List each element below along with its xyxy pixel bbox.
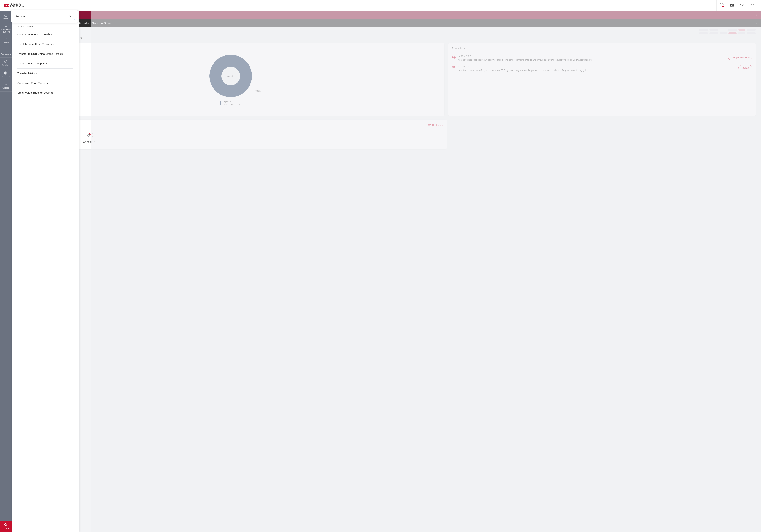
svg-point-9	[429, 126, 429, 126]
reminder-date: 21 Jan 2022	[458, 65, 736, 68]
banner-close[interactable]: ✕	[755, 14, 757, 17]
reminder-text: Your friends can transfer you money via …	[458, 69, 736, 72]
legend-title: Deposits	[222, 100, 241, 103]
assets-donut-chart: Assets 100%	[209, 55, 252, 97]
portfolio-card: My Portfolio Assets 100% Deposits	[17, 43, 444, 116]
star-icon	[4, 71, 8, 75]
sidebar-label: Rewards	[2, 76, 9, 78]
svg-point-8	[430, 124, 431, 125]
svg-rect-0	[740, 4, 744, 7]
banner-important: Important Notice: Beware of virus spread…	[12, 11, 761, 19]
password-icon	[452, 55, 456, 59]
sidebar-item-search[interactable]: Search	[0, 521, 12, 532]
search-result[interactable]: Local Account Fund Transfers	[17, 39, 73, 49]
search-result[interactable]: Small-Value Transfer Settings	[17, 88, 73, 98]
shortcut-fx[interactable]: $ Buy / Sell FX	[81, 131, 97, 146]
document-icon	[4, 49, 8, 52]
transfer-icon	[4, 24, 8, 27]
search-result[interactable]: Transfer to DSB China(Cross Border)	[17, 49, 73, 59]
search-input[interactable]	[16, 15, 68, 18]
lock-icon	[751, 3, 754, 8]
home-icon	[4, 13, 8, 17]
search-result[interactable]: Own Account Fund Transfers	[17, 30, 73, 39]
shortcuts-card: Shortcuts Customize Own Accounts Transfe…	[17, 120, 446, 149]
sliders-icon	[428, 124, 431, 126]
donut-center: Assets	[221, 67, 240, 85]
main-content: Important Notice: Beware of virus spread…	[12, 11, 761, 532]
last-login: Your last successful login was on 28 Mar…	[17, 36, 756, 39]
sidebar-item-services[interactable]: Services	[0, 58, 12, 69]
gear-icon	[4, 82, 8, 86]
sidebar-label: Transfers & Payments	[1, 28, 11, 33]
language-toggle[interactable]: 繁體	[727, 0, 737, 11]
search-results-label: Search Results	[12, 23, 79, 30]
decorative-pills	[699, 28, 756, 34]
change-password-button[interactable]: Change Password	[728, 55, 752, 60]
legend-value: HKD 11,003,280.14	[222, 103, 241, 106]
reminder-date: 04 Mar 2022	[458, 55, 726, 57]
customize-button[interactable]: Customize	[428, 124, 443, 126]
sidebar-label: Settings	[2, 87, 9, 89]
sidebar-label: Search	[3, 527, 9, 530]
chart-icon	[4, 37, 8, 41]
sidebar-item-wealth[interactable]: Wealth	[0, 35, 12, 46]
sidebar-item-applications[interactable]: Applications	[0, 46, 12, 58]
reminder-item: 21 Jan 2022 Your friends can transfer yo…	[452, 65, 752, 72]
clear-search-button[interactable]: ✕	[68, 15, 73, 18]
banner-close[interactable]: ✕	[755, 22, 757, 25]
search-results-list: Own Account Fund Transfers Local Account…	[12, 30, 79, 98]
dollar-icon	[4, 60, 8, 63]
customize-label: Customize	[432, 124, 443, 126]
svg-text:$: $	[89, 134, 90, 135]
apps-icon	[720, 3, 724, 7]
legend-color	[220, 100, 221, 105]
search-icon	[4, 523, 8, 526]
topbar: 大新銀行 DAH SING BANK 繁體	[0, 0, 761, 11]
sidebar-label: Applications	[1, 53, 11, 55]
brand-cn: 大新銀行	[10, 3, 24, 6]
sidebar-item-rewards[interactable]: Rewards	[0, 69, 12, 80]
card-title: Reminders	[452, 47, 752, 50]
fps-icon	[452, 65, 456, 69]
search-result[interactable]: Transfer History	[17, 69, 73, 78]
shortcut-label: Buy / Sell FX	[83, 140, 95, 143]
svg-point-4	[5, 84, 6, 85]
as-of-timestamp: As at 28 Mar 2022 17:35 (HKT)	[21, 110, 441, 113]
reminders-card: Reminders 04 Mar 2022 You have not chang…	[448, 43, 756, 116]
inbox-button[interactable]	[737, 0, 747, 11]
sidebar-label: Home	[3, 18, 8, 20]
register-button[interactable]: Register	[738, 65, 752, 70]
card-title: My Portfolio	[21, 47, 441, 50]
search-result[interactable]: Scheduled Fund Transfers	[17, 78, 73, 88]
donut-percent: 100%	[255, 90, 261, 92]
svg-point-5	[5, 523, 7, 526]
reminder-text: You have not changed your password for a…	[458, 58, 726, 62]
brand-en: DAH SING BANK	[10, 6, 24, 7]
greeting: Good Evening DORA IAC!	[17, 30, 756, 35]
sidebar-label: Wealth	[3, 41, 9, 44]
sidebar: Home Transfers & Payments Wealth Applica…	[0, 11, 12, 532]
sidebar-item-home[interactable]: Home	[0, 11, 12, 22]
top-actions: 繁體	[717, 0, 757, 11]
envelope-icon	[740, 4, 744, 7]
brand-logo[interactable]: 大新銀行 DAH SING BANK	[4, 3, 24, 7]
fx-icon: $	[87, 133, 91, 137]
search-panel: ✕ Search Results Own Account Fund Transf…	[12, 11, 79, 532]
sidebar-item-transfers[interactable]: Transfers & Payments	[0, 22, 12, 35]
sidebar-label: Services	[2, 64, 9, 67]
sidebar-item-settings[interactable]: Settings	[0, 80, 12, 91]
banner-notice: Notice: Notice of Amendments to the Term…	[12, 19, 761, 27]
underline	[452, 51, 458, 51]
search-result[interactable]: Fund Transfer Templates	[17, 59, 73, 69]
search-box: ✕	[14, 13, 75, 20]
apps-button[interactable]	[717, 0, 727, 11]
chart-legend: Deposits HKD 11,003,280.14	[220, 100, 241, 106]
logo-mark-icon	[4, 4, 9, 7]
reminder-item: 04 Mar 2022 You have not changed your pa…	[452, 55, 752, 62]
lock-button[interactable]	[747, 0, 757, 11]
svg-rect-1	[751, 5, 754, 7]
